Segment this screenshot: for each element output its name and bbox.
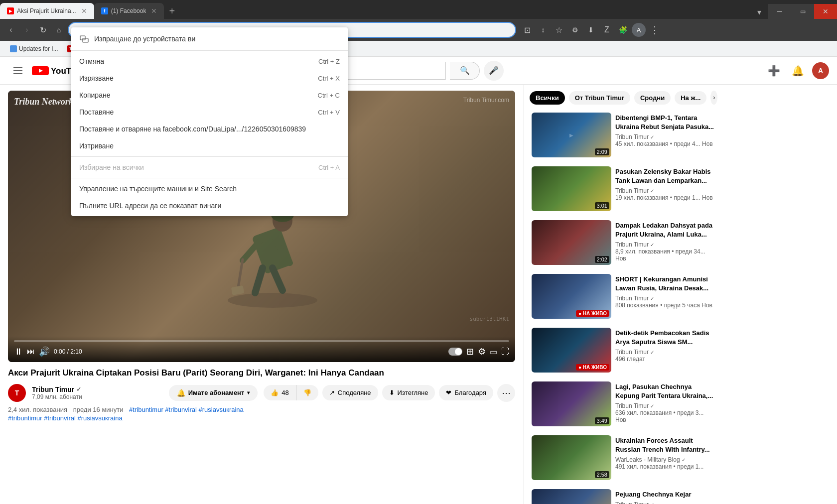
ctx-select-all[interactable]: Избиране на всички Ctrl + A — [71, 159, 348, 176]
ctx-delete[interactable]: Изтриване — [71, 137, 348, 154]
context-menu-overlay[interactable]: Изпращане до устройствата ви Отмяна Ctrl… — [0, 0, 837, 504]
ctx-delete-label: Изтриване — [79, 142, 340, 150]
ctx-paste-shortcut: Ctrl + V — [318, 109, 340, 116]
ctx-select-all-shortcut: Ctrl + A — [318, 164, 340, 171]
ctx-copy-label: Копиране — [79, 91, 318, 99]
ctx-select-all-label: Избиране на всички — [79, 163, 318, 171]
ctx-divider-1 — [71, 50, 348, 51]
ctx-manage-search[interactable]: Управление на търсещите машини и Site Se… — [71, 180, 348, 197]
ctx-cut-label: Изрязване — [79, 74, 318, 82]
ctx-cut-shortcut: Ctrl + X — [318, 75, 340, 82]
ctx-divider-3 — [71, 178, 348, 178]
ctx-paste[interactable]: Поставяне Ctrl + V — [71, 104, 348, 121]
ctx-send-label: Изпращане до устройствата ви — [94, 35, 195, 43]
ctx-send-to-devices[interactable]: Изпращане до устройствата ви — [71, 29, 348, 48]
ctx-undo-shortcut: Ctrl + Z — [318, 58, 340, 65]
ctx-undo-label: Отмяна — [79, 57, 318, 65]
ctx-undo[interactable]: Отмяна Ctrl + Z — [71, 53, 348, 70]
ctx-show-full-url-label: Пълните URL адреси да се показват винаги — [79, 202, 340, 210]
ctx-paste-open-label: Поставяне и отваряне на facebook.com/Dua… — [79, 125, 340, 133]
ctx-show-full-url[interactable]: Пълните URL адреси да се показват винаги — [71, 197, 348, 214]
ctx-copy-shortcut: Ctrl + C — [318, 92, 340, 99]
send-devices-icon — [79, 34, 89, 44]
ctx-paste-label: Поставяне — [79, 108, 318, 116]
context-menu: Изпращане до устройствата ви Отмяна Ctrl… — [71, 27, 348, 216]
ctx-cut[interactable]: Изрязване Ctrl + X — [71, 70, 348, 87]
ctx-manage-search-label: Управление на търсещите машини и Site Se… — [79, 185, 340, 193]
ctx-copy[interactable]: Копиране Ctrl + C — [71, 87, 348, 104]
ctx-divider-2 — [71, 156, 348, 157]
ctx-paste-open[interactable]: Поставяне и отваряне на facebook.com/Dua… — [71, 121, 348, 137]
